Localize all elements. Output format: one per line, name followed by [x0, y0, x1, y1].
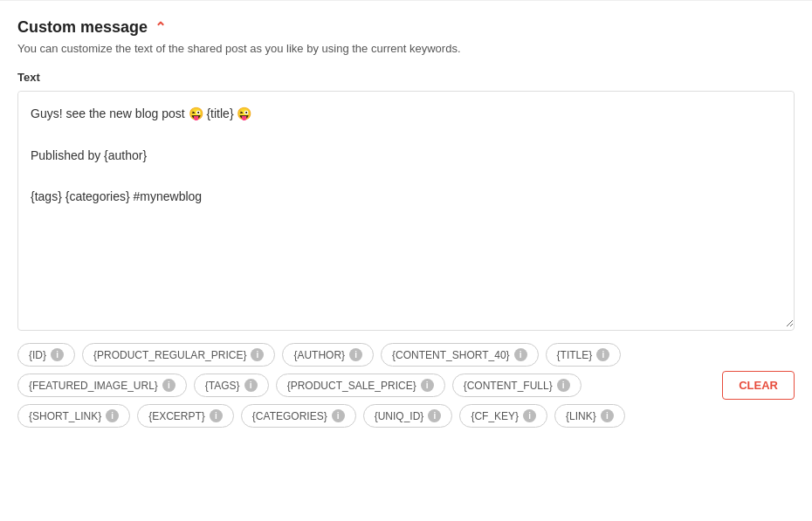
- keyword-tag-author[interactable]: {AUTHOR} i: [282, 343, 374, 367]
- info-icon-short-link[interactable]: i: [106, 409, 119, 422]
- info-icon-uniq-id[interactable]: i: [428, 409, 441, 422]
- info-icon-author[interactable]: i: [349, 348, 362, 361]
- keywords-section: {ID} i {PRODUCT_REGULAR_PRICE} i {AUTHOR…: [17, 343, 795, 428]
- section-header: Custom message ⌃: [17, 18, 795, 37]
- keyword-tag-product-regular-price[interactable]: {PRODUCT_REGULAR_PRICE} i: [82, 343, 275, 367]
- info-icon-link[interactable]: i: [601, 409, 614, 422]
- text-label: Text: [17, 71, 795, 84]
- keyword-row-1: {ID} i {PRODUCT_REGULAR_PRICE} i {AUTHOR…: [17, 343, 715, 367]
- section-description: You can customize the text of the shared…: [17, 42, 795, 55]
- chevron-up-icon[interactable]: ⌃: [155, 19, 166, 36]
- info-icon-content-full[interactable]: i: [557, 379, 570, 392]
- message-textarea[interactable]: Guys! see the new blog post 😜 {title} 😜 …: [18, 92, 794, 327]
- keyword-tag-title[interactable]: {TITLE} i: [546, 343, 622, 367]
- info-icon-title[interactable]: i: [596, 348, 609, 361]
- clear-button[interactable]: CLEAR: [722, 371, 795, 400]
- info-icon-id[interactable]: i: [51, 348, 64, 361]
- keyword-tag-link[interactable]: {LINK} i: [554, 404, 625, 428]
- info-icon-product-regular-price[interactable]: i: [251, 348, 264, 361]
- keyword-tag-uniq-id[interactable]: {UNIQ_ID} i: [363, 404, 453, 428]
- info-icon-excerpt[interactable]: i: [210, 409, 223, 422]
- keyword-tag-categories[interactable]: {CATEGORIES} i: [241, 404, 356, 428]
- info-icon-cf-key[interactable]: i: [523, 409, 536, 422]
- keyword-tag-featured-image-url[interactable]: {FEATURED_IMAGE_URL} i: [17, 374, 187, 397]
- message-textarea-wrapper: Guys! see the new blog post 😜 {title} 😜 …: [17, 91, 795, 331]
- keywords-row-1-with-clear: {ID} i {PRODUCT_REGULAR_PRICE} i {AUTHOR…: [17, 343, 795, 428]
- keyword-tag-short-link[interactable]: {SHORT_LINK} i: [17, 404, 130, 428]
- keyword-tag-tags[interactable]: {TAGS} i: [194, 374, 269, 397]
- section-title: Custom message: [17, 18, 148, 37]
- keyword-tag-product-sale-price[interactable]: {PRODUCT_SALE_PRICE} i: [276, 374, 445, 397]
- keyword-tag-excerpt[interactable]: {EXCERPT} i: [137, 404, 234, 428]
- keyword-tag-content-short-40[interactable]: {CONTENT_SHORT_40} i: [381, 343, 539, 367]
- keyword-tag-id[interactable]: {ID} i: [17, 343, 75, 367]
- tags-rows: {ID} i {PRODUCT_REGULAR_PRICE} i {AUTHOR…: [17, 343, 715, 428]
- keyword-row-3: {SHORT_LINK} i {EXCERPT} i {CATEGORIES} …: [17, 404, 715, 428]
- keyword-row-2: {FEATURED_IMAGE_URL} i {TAGS} i {PRODUCT…: [17, 374, 715, 397]
- keyword-tag-cf-key[interactable]: {CF_KEY} i: [459, 404, 547, 428]
- info-icon-tags[interactable]: i: [244, 379, 258, 392]
- info-icon-categories[interactable]: i: [332, 409, 345, 422]
- info-icon-content-short-40[interactable]: i: [514, 348, 527, 361]
- keyword-tag-content-full[interactable]: {CONTENT_FULL} i: [452, 374, 581, 397]
- info-icon-product-sale-price[interactable]: i: [421, 379, 434, 392]
- info-icon-featured-image-url[interactable]: i: [162, 379, 175, 392]
